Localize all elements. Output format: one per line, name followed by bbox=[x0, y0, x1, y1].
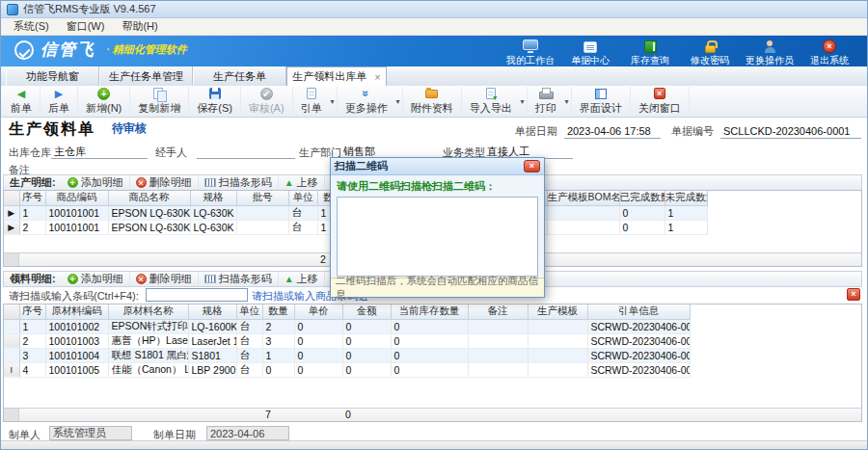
column-header[interactable]: 规格 bbox=[188, 304, 236, 319]
table-cell[interactable] bbox=[528, 319, 587, 333]
column-header[interactable]: 生产模板 bbox=[528, 304, 587, 319]
table-cell[interactable]: 4 bbox=[19, 362, 45, 377]
row-selector[interactable] bbox=[4, 319, 19, 333]
dialog-close-icon[interactable]: × bbox=[524, 160, 540, 172]
column-header[interactable]: 未完成数量 bbox=[665, 191, 707, 205]
table-cell[interactable] bbox=[468, 333, 528, 348]
column-header[interactable]: 单价 bbox=[294, 304, 342, 319]
column-header[interactable]: 当前库存数量 bbox=[391, 304, 468, 319]
table-cell[interactable]: 联想 S1801 黑白激光打印机 bbox=[108, 348, 188, 362]
menu-help[interactable]: 帮助(H) bbox=[115, 18, 164, 35]
table-cell[interactable]: 3 bbox=[19, 348, 45, 362]
table-cell[interactable]: 台 bbox=[236, 362, 262, 377]
table-cell[interactable]: 0 bbox=[262, 362, 294, 377]
column-header[interactable]: 引单信息 bbox=[587, 304, 690, 319]
tab-material-outbound[interactable]: 生产领料出库单 × bbox=[286, 66, 387, 86]
column-header[interactable]: 原材料编码 bbox=[45, 304, 108, 319]
print-button[interactable]: 打印 ▾ bbox=[528, 87, 572, 116]
row-selector[interactable]: I bbox=[4, 362, 19, 377]
warehouse-field[interactable]: 主仓库 bbox=[51, 144, 148, 159]
menu-window[interactable]: 窗口(W) bbox=[60, 18, 112, 35]
table-cell[interactable] bbox=[547, 220, 619, 234]
ui-design-button[interactable]: 界面设计 bbox=[572, 87, 631, 116]
table-row[interactable]: 1100101002EPSON针式打印机LQ-1600K台2000SCRWD-2… bbox=[4, 319, 690, 333]
column-header[interactable]: 批号 bbox=[236, 191, 288, 205]
table-row[interactable]: 3100101004联想 S1801 黑白激光打印机S1801台1000SCRW… bbox=[4, 348, 690, 362]
column-header[interactable]: 备注 bbox=[468, 304, 528, 319]
table-cell[interactable] bbox=[236, 220, 288, 234]
table-cell[interactable]: LBP 2900 bbox=[188, 362, 236, 377]
column-header[interactable]: 生产模板BOM名称 bbox=[547, 191, 619, 205]
column-header[interactable]: 序号 bbox=[19, 304, 45, 319]
table-cell[interactable]: EPSON LQ-630K bbox=[108, 220, 190, 234]
dialog-titlebar[interactable]: 扫描二维码 × bbox=[331, 158, 544, 175]
table-cell[interactable]: 100101004 bbox=[45, 348, 108, 362]
tab-function-nav[interactable]: 功能导航窗 bbox=[6, 66, 99, 86]
pull-order-button[interactable]: 引单 ▾ bbox=[293, 87, 338, 116]
dropdown-arrow-icon[interactable]: ▾ bbox=[331, 97, 335, 106]
table-cell[interactable]: 1 bbox=[665, 205, 707, 220]
barcode-input[interactable] bbox=[146, 288, 248, 302]
import-export-button[interactable]: 导入导出 ▾ bbox=[462, 87, 528, 116]
table-cell[interactable] bbox=[468, 348, 528, 362]
table-cell[interactable]: 0 bbox=[391, 362, 468, 377]
table-cell[interactable]: 0 bbox=[294, 362, 342, 377]
column-header[interactable]: 规格 bbox=[190, 191, 236, 205]
qrcode-input[interactable] bbox=[337, 197, 538, 277]
row-selector[interactable] bbox=[4, 333, 19, 348]
table-cell[interactable]: LQ-1600K bbox=[188, 319, 236, 333]
table-cell[interactable]: 3 bbox=[262, 333, 294, 348]
table-cell[interactable]: 台 bbox=[288, 205, 317, 220]
table-cell[interactable] bbox=[528, 333, 587, 348]
column-header[interactable]: 已完成数量 bbox=[619, 191, 665, 205]
nav-switch-operator[interactable]: 更换操作员 bbox=[740, 38, 800, 67]
table-cell[interactable]: 0 bbox=[391, 319, 468, 333]
column-header[interactable]: 原材料名称 bbox=[108, 304, 188, 319]
table-cell[interactable]: 1 bbox=[19, 205, 45, 220]
dropdown-arrow-icon[interactable]: ▾ bbox=[565, 97, 569, 106]
menu-system[interactable]: 系统(S) bbox=[7, 18, 56, 35]
table-cell[interactable]: 0 bbox=[619, 205, 665, 220]
scan-barcode-button[interactable]: 扫描条形码 bbox=[199, 272, 279, 286]
table-cell[interactable] bbox=[468, 319, 528, 333]
table-cell[interactable] bbox=[528, 348, 587, 362]
nav-exit-system[interactable]: × 退出系统 bbox=[800, 38, 859, 67]
audit-button[interactable]: ✔ 审核(A) bbox=[241, 87, 293, 116]
table-cell[interactable]: 100101001 bbox=[45, 205, 108, 220]
move-up-button[interactable]: ▲ 上移 bbox=[279, 272, 325, 286]
column-header[interactable]: 金额 bbox=[342, 304, 391, 319]
prev-doc-button[interactable]: ◀ 前单 bbox=[3, 87, 41, 116]
table-cell[interactable]: 0 bbox=[294, 319, 342, 333]
table-cell[interactable] bbox=[236, 205, 288, 220]
table-cell[interactable]: 100101002 bbox=[45, 319, 108, 333]
table-cell[interactable]: 0 bbox=[342, 333, 391, 348]
table-cell[interactable]: 0 bbox=[294, 348, 342, 362]
table-cell[interactable]: EPSON LQ-630K bbox=[108, 205, 190, 220]
attachments-button[interactable]: 附件资料 bbox=[403, 87, 462, 116]
add-row-button[interactable]: + 添加明细 bbox=[62, 175, 130, 190]
doc-date-value[interactable]: 2023-04-06 17:58 bbox=[564, 125, 661, 139]
table-cell[interactable]: 0 bbox=[391, 333, 468, 348]
table-cell[interactable]: 台 bbox=[236, 333, 262, 348]
close-window-button[interactable]: × 关闭窗口 bbox=[631, 87, 690, 116]
move-up-button[interactable]: ▲ 上移 bbox=[279, 175, 325, 190]
column-header[interactable]: 数量 bbox=[262, 304, 294, 319]
table-cell[interactable]: 1 bbox=[19, 319, 45, 333]
nav-inventory-query[interactable]: 库存查询 bbox=[620, 38, 680, 67]
table-cell[interactable] bbox=[468, 362, 528, 377]
clear-close-icon[interactable]: × bbox=[847, 288, 860, 301]
nav-document-center[interactable]: 单据中心 bbox=[560, 38, 620, 67]
tab-task-order[interactable]: 生产任务单 bbox=[193, 66, 286, 86]
handler-field[interactable] bbox=[197, 144, 295, 159]
table-cell[interactable]: 1 bbox=[665, 220, 707, 234]
table-cell[interactable]: SCRWD-20230406-0001 bbox=[587, 319, 690, 333]
dropdown-arrow-icon[interactable]: ▾ bbox=[521, 97, 525, 106]
column-header[interactable]: 单位 bbox=[288, 191, 317, 205]
table-cell[interactable]: 台 bbox=[288, 220, 317, 234]
nav-workbench[interactable]: 我的工作台 bbox=[501, 38, 560, 67]
table-cell[interactable]: 0 bbox=[342, 348, 391, 362]
table-cell[interactable]: 2 bbox=[19, 220, 45, 234]
row-selector[interactable]: ▶ bbox=[4, 205, 19, 220]
close-tab-icon[interactable]: × bbox=[374, 71, 380, 83]
column-header[interactable]: 商品名称 bbox=[108, 191, 190, 205]
